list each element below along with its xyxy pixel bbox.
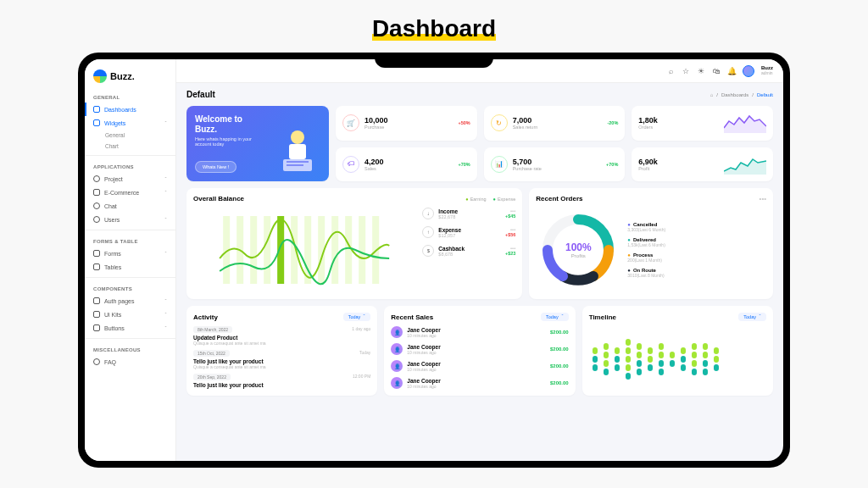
balance-legend: Earning Expense [465,197,515,202]
sidebar-item-dashboards[interactable]: Dashboards [85,103,175,116]
theme-icon[interactable]: ☀ [697,67,705,75]
sidebar-item-forms[interactable]: Forms˅ [85,247,175,260]
sidebar-item-widgets[interactable]: Widgets ˄ [85,116,175,130]
expense-icon: ↑ [422,226,434,238]
section-forms: FORMS & TABLE [85,234,175,247]
avatar[interactable] [743,65,754,77]
stat-change: +70% [606,162,618,167]
stat-label: Orders [638,125,719,130]
sales-item: 👤Jane Cooper10 minutes ago$200.00 [391,360,568,372]
home-icon[interactable]: ⌂ [710,92,714,97]
sidebar-item-ecommerce[interactable]: E-Commerce˅ [85,186,175,199]
svg-rect-3 [287,161,309,163]
donut-percent: 100% [565,241,592,253]
avatar-icon: 👤 [391,343,403,355]
content: Welcome toBuzz. Here whats happing in yo… [176,106,783,461]
sidebar-item-uikits[interactable]: Ui Kits˅ [85,308,175,321]
stat-change: +70% [458,162,470,167]
more-icon[interactable]: ••• [760,195,766,202]
forms-icon [93,250,100,257]
nav-label: Ui Kits [104,312,121,318]
stat-change: +50% [458,120,470,125]
user-role: admin [761,71,773,76]
stats-grid: 🛒 10,000Purchase +50% ↻ 7,000Sales retur… [336,106,773,181]
stat-purchase: 🛒 10,000Purchase +50% [336,106,477,141]
product-title: Dashboard [372,15,496,42]
cart-icon [93,189,100,196]
stat-value: 6,90k [638,158,719,166]
sidebar-item-project[interactable]: Project˅ [85,172,175,186]
divider [85,155,175,156]
star-icon[interactable]: ☆ [682,67,690,75]
sidebar-item-tables[interactable]: Tables [85,260,175,274]
device-notch [375,53,493,68]
legend-onroute: On Route3010(Last 8 Month) [627,268,766,278]
chat-icon [93,202,100,209]
tables-icon [93,263,100,270]
balance-chart [193,208,415,292]
stat-profit: 6,90kProfit [632,147,773,182]
faq-icon [93,358,100,365]
nav-label: Users [104,217,120,223]
section-components: COMPONENTS [85,281,175,294]
svg-rect-15 [359,216,365,284]
sidebar-item-buttons[interactable]: Buttons˅ [85,321,175,335]
activity-item: 15th Oct, 2022Today Tello just like your… [193,350,370,369]
stat-label: Purchase [364,125,453,130]
bottom-row: Activity Today˅ 8th March, 20221 day ago… [186,306,773,396]
crumb-current: Default [757,92,773,97]
cashback-icon: $ [422,245,434,257]
mid-row: Overall Balance Earning Expense [186,188,773,299]
user-menu[interactable]: Buzz admin [761,65,773,75]
chevron-down-icon: ˅ [164,298,167,304]
sidebar-item-faq[interactable]: FAQ [85,355,175,369]
card-title: Timeline [589,313,616,321]
timeline-filter[interactable]: Today˅ [738,313,766,321]
home-icon [93,106,100,113]
chevron-down-icon: ˅ [164,217,167,223]
sales-filter[interactable]: Today˅ [541,313,569,321]
svg-point-0 [291,130,304,144]
whats-new-button[interactable]: Whats New ! [195,161,236,173]
recent-sales-card: Recent Sales Today˅ 👤Jane Cooper10 minut… [384,306,575,396]
timeline-chart [589,326,766,385]
tag-icon: 🏷 [342,156,359,173]
bell-icon[interactable]: 🔔 [727,67,736,75]
chevron-down-icon: ˅ [164,190,167,196]
balance-cashback: $ Cashback$8,678 •••+$23 [422,245,515,257]
sparkline-icon [724,113,766,133]
card-title: Recent Orders [536,195,582,202]
stat-sales: 🏷 4,200Sales +70% [336,147,477,182]
activity-filter[interactable]: Today˅ [343,313,371,321]
chevron-down-icon: ˅ [561,314,564,319]
breadcrumb: ⌂/ Dashboards/ Default [710,92,773,97]
sales-list: 👤Jane Cooper10 minutes ago$200.00 👤Jane … [391,326,568,389]
stat-orders: 1,80kOrders [632,106,773,141]
search-icon[interactable]: ⌕ [666,67,675,75]
nav-label: Tables [104,264,121,270]
page-title: Default [186,90,215,99]
nav-label: Buttons [104,325,125,331]
welcome-subtitle: Here whats happing in your account today [195,136,263,147]
welcome-illustration [268,120,327,180]
cart-icon[interactable]: 🛍 [712,67,721,75]
sales-item: 👤Jane Cooper10 minutes ago$200.00 [391,377,568,389]
legend-delivered: Delivered1,53k(Last 6 Month) [627,237,766,247]
chevron-down-icon: ˅ [164,325,167,331]
chevron-down-icon: ˅ [759,314,761,319]
sidebar-subitem-general[interactable]: General [85,130,175,141]
sidebar-item-chat[interactable]: Chat [85,199,175,213]
stat-purchaserate: 📊 5,700Purchase rate +70% [484,147,626,182]
nav-label: Project [104,176,123,182]
svg-rect-8 [264,216,270,284]
crumb-dashboards[interactable]: Dashboards [721,92,748,97]
sidebar-subitem-chart[interactable]: Chart [85,141,175,152]
brand-logo[interactable]: Buzz. [85,66,175,90]
brand-name: Buzz. [110,71,135,81]
sparkline-icon [724,154,766,175]
nav-label: FAQ [104,359,116,365]
stat-label: Sales return [513,125,603,130]
sidebar-item-users[interactable]: Users˅ [85,213,175,226]
sidebar-item-authpages[interactable]: Auth pages˅ [85,294,175,308]
chevron-down-icon: ˅ [363,314,365,319]
